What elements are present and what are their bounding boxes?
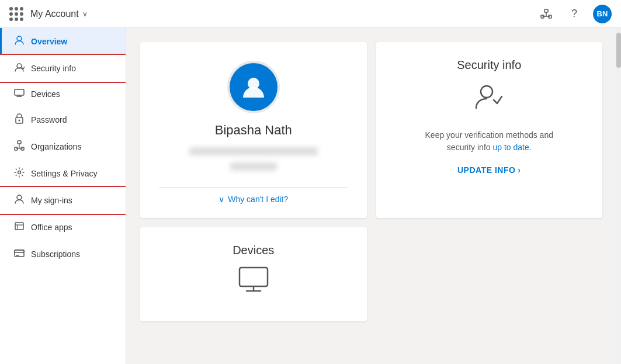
svg-rect-19 xyxy=(15,223,23,230)
sign-ins-icon xyxy=(13,194,25,207)
sidebar-item-subscriptions-label: Subscriptions xyxy=(31,249,80,259)
sidebar-item-organizations[interactable]: Organizations xyxy=(0,133,126,160)
sidebar: Overview Security info Dev xyxy=(0,28,126,364)
sidebar-item-my-sign-ins-label: My sign-ins xyxy=(31,196,72,205)
sidebar-item-overview-label: Overview xyxy=(31,37,67,46)
sidebar-item-settings-privacy[interactable]: Settings & Privacy xyxy=(0,160,126,187)
app-title-chevron[interactable]: ∨ xyxy=(82,10,88,18)
sidebar-item-my-sign-ins[interactable]: My sign-ins xyxy=(0,187,126,214)
security-info-card-title: Security info xyxy=(457,58,521,72)
svg-rect-12 xyxy=(18,141,21,144)
profile-avatar xyxy=(227,61,280,113)
office-apps-icon xyxy=(13,221,25,234)
sidebar-item-password-label: Password xyxy=(31,115,67,124)
app-title-text: My Account xyxy=(30,9,79,19)
sidebar-item-devices-label: Devices xyxy=(31,89,60,99)
settings-icon xyxy=(13,167,25,180)
sidebar-item-password[interactable]: Password xyxy=(0,106,126,133)
app-title: My Account ∨ xyxy=(30,9,88,19)
sidebar-item-security-info[interactable]: Security info xyxy=(0,55,126,82)
main-layout: Overview Security info Dev xyxy=(0,28,621,364)
sidebar-item-organizations-label: Organizations xyxy=(31,142,81,151)
svg-point-26 xyxy=(481,86,492,98)
svg-point-17 xyxy=(18,171,21,174)
svg-rect-0 xyxy=(544,9,548,12)
profile-edit-label: Why can't I edit? xyxy=(228,195,288,204)
svg-point-11 xyxy=(19,120,20,122)
svg-point-18 xyxy=(17,195,22,200)
svg-rect-27 xyxy=(240,268,268,286)
update-info-chevron: › xyxy=(518,165,521,175)
update-info-label: UPDATE INFO xyxy=(457,165,515,175)
sidebar-item-office-apps[interactable]: Office apps xyxy=(0,214,126,241)
profile-edit-link[interactable]: ∨ Why can't I edit? xyxy=(218,195,288,204)
app-launcher-icon[interactable] xyxy=(9,7,23,21)
devices-card-icon xyxy=(237,266,270,298)
help-icon[interactable]: ? xyxy=(565,5,584,23)
security-info-card-desc-link: up to date. xyxy=(492,143,531,152)
sidebar-item-overview[interactable]: Overview xyxy=(0,28,126,55)
svg-rect-7 xyxy=(15,89,24,95)
content-area: Bipasha Nath ∨ Why can't I edit? Securit… xyxy=(126,28,616,364)
security-info-card-icon xyxy=(473,81,505,120)
user-avatar[interactable]: BN xyxy=(593,5,612,23)
sidebar-item-subscriptions[interactable]: Subscriptions xyxy=(0,241,126,268)
sidebar-item-settings-privacy-label: Settings & Privacy xyxy=(31,169,98,178)
profile-divider xyxy=(159,187,348,188)
profile-name: Bipasha Nath xyxy=(215,123,292,138)
security-info-card: Security info Keep your verification met… xyxy=(376,42,603,218)
organization-icon[interactable] xyxy=(537,5,556,23)
chevron-down-icon: ∨ xyxy=(218,195,224,204)
subscriptions-icon xyxy=(13,248,25,261)
svg-point-5 xyxy=(17,36,22,41)
topbar-right: ? BN xyxy=(537,5,612,23)
sidebar-item-office-apps-label: Office apps xyxy=(31,223,72,232)
overview-icon xyxy=(13,35,25,48)
devices-card-title: Devices xyxy=(233,244,274,257)
organizations-icon xyxy=(13,140,25,153)
security-info-card-desc: Keep your verification methods and secur… xyxy=(413,129,565,154)
update-info-link[interactable]: UPDATE INFO › xyxy=(457,165,521,175)
scrollbar-thumb[interactable] xyxy=(616,33,621,68)
topbar: My Account ∨ ? BN xyxy=(0,0,621,28)
devices-icon xyxy=(13,89,25,99)
svg-rect-23 xyxy=(15,250,24,252)
password-icon xyxy=(13,113,25,126)
security-icon xyxy=(13,62,25,75)
devices-card: Devices xyxy=(140,227,367,321)
sidebar-item-devices[interactable]: Devices xyxy=(0,82,126,106)
profile-card: Bipasha Nath ∨ Why can't I edit? xyxy=(140,42,367,218)
profile-info-blur xyxy=(230,162,277,171)
sidebar-item-security-info-label: Security info xyxy=(31,64,76,73)
scrollbar-track[interactable] xyxy=(616,28,621,364)
profile-email-blur xyxy=(189,147,318,155)
